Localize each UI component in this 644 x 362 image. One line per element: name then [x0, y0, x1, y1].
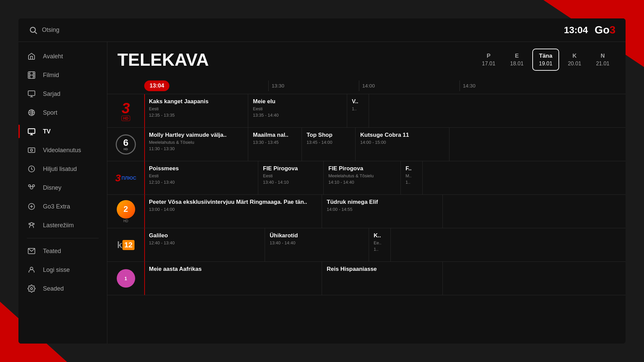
channel-logo-k12: k 12	[107, 228, 144, 261]
day-btn-p[interactable]: P 17.01	[476, 49, 501, 70]
sidebar-item-videolaenutus[interactable]: Videolaenutus	[18, 141, 107, 160]
svg-rect-10	[28, 91, 35, 96]
program-title: Molly Hartley vaimude välja..	[149, 132, 243, 138]
day-date-0: 17.01	[482, 60, 495, 67]
program-title: Top Shop	[307, 132, 351, 138]
program-cell[interactable]: K.. Ee.. 1..	[369, 228, 391, 261]
program-cell[interactable]: FIE Pirogova Eesti 13:40 - 14:10	[258, 161, 324, 194]
programs-generic: Meie aasta Aafrikas Reis Hispaaniasse	[144, 262, 626, 295]
program-cell[interactable]: Peeter Võsa eksklusiivintervjuu Märt Rin…	[144, 195, 322, 228]
program-cell[interactable]: Galileo 12:40 - 13:40	[144, 228, 265, 261]
program-cell[interactable]: Reis Hispaaniasse	[322, 262, 443, 295]
time-display: 13:04	[564, 25, 588, 36]
day-btn-today[interactable]: Täna 19.01	[532, 49, 559, 71]
programs-k12: Galileo 12:40 - 13:40 Ühikarotid 13:40 -…	[144, 228, 626, 261]
rental-icon	[27, 145, 36, 155]
channel-row-kanal2: 2 HD Peeter Võsa eksklusiivintervjuu Mär…	[107, 195, 626, 228]
program-title: Poissmees	[149, 165, 253, 172]
timeline-divider-2	[359, 80, 359, 91]
current-time-line-k12	[144, 228, 145, 261]
program-cell[interactable]: Molly Hartley vaimude välja.. Meelelahut…	[144, 128, 248, 161]
channel-logo-tv3plus: 3 ПЛЮС	[107, 161, 144, 194]
timeline-mark-1330: 13:30	[272, 83, 284, 88]
program-cell[interactable]: V.. 1..	[347, 94, 369, 127]
schedule-grid: 3 HD Kaks kanget Jaapanis Eesti 12:35 - …	[107, 94, 626, 344]
sidebar-item-logi-sisse[interactable]: Logi sisse	[18, 260, 107, 279]
day-letter-3: K	[573, 52, 577, 60]
program-cell[interactable]: Top Shop 13:45 - 14:00	[302, 128, 356, 161]
svg-point-22	[33, 185, 35, 187]
programs-tv3: Kaks kanget Jaapanis Eesti 12:35 - 13:35…	[144, 94, 626, 127]
main-content: TELEKAVA P 17.01 E 18.01 Täna 19.01	[107, 42, 626, 344]
program-title: Peeter Võsa eksklusiivintervjuu Märt Rin…	[149, 199, 317, 205]
search-icon	[29, 25, 38, 35]
sidebar-item-hiljuti-lisatud[interactable]: Hiljuti lisatud	[18, 160, 107, 178]
timeline-divider-3	[460, 80, 460, 91]
program-time: 1..	[352, 106, 364, 111]
program-title: Galileo	[149, 232, 260, 239]
sidebar-item-tv[interactable]: TV	[18, 122, 107, 141]
sidebar-item-filmid[interactable]: Filmid	[18, 66, 107, 84]
program-time: 11:30 - 13:30	[149, 146, 243, 151]
sidebar: Avaleht Filmid	[18, 42, 107, 344]
channel-logo-kanal2: 2 HD	[107, 195, 144, 228]
k12-k: k	[117, 240, 122, 250]
day-letter-0: P	[487, 52, 490, 60]
main-container: Otsing 13:04 Go3 Avaleht	[18, 18, 626, 344]
channel-logo-kanal6: 6 HD	[107, 128, 144, 161]
sidebar-item-teated[interactable]: Teated	[18, 242, 107, 260]
disney-icon	[27, 183, 36, 192]
sidebar-label-sarjad: Sarjad	[43, 90, 60, 98]
program-cell[interactable]: Ühikarotid 13:40 - 14:40	[265, 228, 369, 261]
program-time: 13:00 - 14:00	[149, 207, 317, 212]
day-btn-e[interactable]: E 18.01	[504, 49, 530, 70]
sidebar-item-sport[interactable]: Sport	[18, 103, 107, 122]
channel-logo-generic: 1	[107, 262, 144, 295]
sidebar-label-tv: TV	[43, 128, 51, 135]
sidebar-label-go3extra: Go3 Extra	[43, 203, 70, 210]
program-cell[interactable]: FIE Pirogova Meelelahutus & Tõsielu 14:1…	[324, 161, 401, 194]
program-cell[interactable]: Tüdruk nimega Elif 14:00 - 14:55	[322, 195, 443, 228]
day-btn-k[interactable]: K 20.01	[562, 49, 587, 70]
sidebar-label-teated: Teated	[43, 248, 61, 255]
k12-box: 12	[122, 240, 135, 250]
kanal2-shape: 2	[117, 200, 135, 219]
channel-row-generic: 1 Meie aasta Aafrikas Reis Hispaaniasse	[107, 262, 626, 295]
day-letter-1: E	[515, 52, 519, 60]
day-date-4: 21.01	[596, 60, 609, 67]
active-indicator	[18, 125, 20, 138]
program-genre: Eesti	[263, 173, 319, 178]
kids-icon	[27, 221, 36, 230]
program-title: FIE Pirogova	[263, 165, 319, 172]
sidebar-item-sarjad[interactable]: Sarjad	[18, 84, 107, 103]
program-cell[interactable]: Maailma nal.. 13:30 - 13:45	[248, 128, 302, 161]
tv-icon	[27, 127, 36, 136]
svg-text:1: 1	[124, 276, 127, 281]
svg-point-0	[30, 27, 35, 32]
program-cell[interactable]: F.. M.. 1..	[401, 161, 423, 194]
program-title: Kutsuge Cobra 11	[360, 132, 444, 138]
program-cell[interactable]: Kaks kanget Jaapanis Eesti 12:35 - 13:35	[144, 94, 248, 127]
day-btn-n[interactable]: N 21.01	[590, 49, 615, 70]
film-icon	[27, 70, 36, 80]
day-date-2: 19.01	[539, 60, 552, 67]
search-area[interactable]: Otsing	[29, 25, 59, 35]
program-title: FIE Pirogova	[328, 165, 396, 172]
kanal2-logo: 2 HD	[117, 200, 135, 223]
sidebar-item-avaleht[interactable]: Avaleht	[18, 47, 107, 66]
settings-icon	[27, 284, 36, 293]
sidebar-item-seaded[interactable]: Seaded	[18, 279, 107, 298]
day-date-3: 20.01	[568, 60, 581, 67]
sidebar-item-go3extra[interactable]: Go3 Extra	[18, 197, 107, 216]
kanal2-number: 2	[123, 204, 128, 214]
sidebar-label-seaded: Seaded	[43, 285, 64, 292]
program-cell[interactable]: Meie elu Eesti 13:35 - 14:40	[248, 94, 347, 127]
program-title: V..	[352, 98, 364, 105]
k12-logo: k 12	[117, 240, 135, 250]
program-cell[interactable]: Meie aasta Aafrikas	[144, 262, 322, 295]
sidebar-item-disney[interactable]: Disney	[18, 178, 107, 197]
sidebar-item-lasterežiim[interactable]: Lasterežiim	[18, 216, 107, 235]
program-cell[interactable]: Kutsuge Cobra 11 14:00 - 15:00	[356, 128, 449, 161]
program-cell[interactable]: Poissmees Eesti 12:10 - 13:40	[144, 161, 258, 194]
program-time: 1..	[374, 247, 386, 252]
